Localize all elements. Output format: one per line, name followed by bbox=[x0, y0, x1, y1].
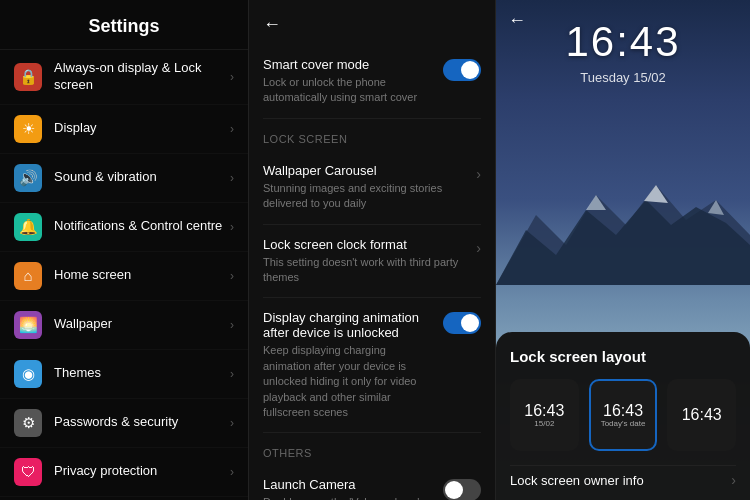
always-on-label: Always-on display & Lock screen bbox=[54, 60, 230, 94]
opt2-date: Today's date bbox=[601, 419, 646, 428]
smart-cover-title: Smart cover mode bbox=[263, 57, 433, 72]
sidebar-item-always-on[interactable]: 🔒 Always-on display & Lock screen › bbox=[0, 50, 248, 105]
wallpaper-carousel-chevron: › bbox=[476, 166, 481, 182]
sidebar-item-notifications[interactable]: 🔔 Notifications & Control centre › bbox=[0, 203, 248, 252]
setting-row-wallpaper-carousel[interactable]: Wallpaper Carousel Stunning images and e… bbox=[263, 151, 481, 225]
wallpaper-chevron: › bbox=[230, 318, 234, 332]
back-button[interactable]: ← bbox=[263, 14, 281, 35]
wallpaper-carousel-desc: Stunning images and exciting stories del… bbox=[263, 181, 466, 212]
sound-chevron: › bbox=[230, 171, 234, 185]
section-label-others: OTHERS bbox=[263, 433, 481, 465]
charging-animation-title: Display charging animation after device … bbox=[263, 310, 433, 340]
lock-owner-text: Lock screen owner info bbox=[510, 473, 644, 488]
home-label: Home screen bbox=[54, 267, 230, 284]
section-label-lock-screen: LOCK SCREEN bbox=[263, 119, 481, 151]
wallpaper-carousel-title: Wallpaper Carousel bbox=[263, 163, 466, 178]
lock-owner-chevron: › bbox=[731, 472, 736, 488]
privacy-icon: 🛡 bbox=[14, 458, 42, 486]
always-on-chevron: › bbox=[230, 70, 234, 84]
svg-marker-3 bbox=[644, 185, 668, 203]
setting-row-smart-cover[interactable]: Smart cover mode Lock or unlock the phon… bbox=[263, 45, 481, 119]
launch-camera-toggle[interactable] bbox=[443, 479, 481, 500]
layout-option-opt2[interactable]: 16:43 Today's date bbox=[589, 379, 658, 451]
sidebar-item-sound[interactable]: 🔊 Sound & vibration › bbox=[0, 154, 248, 203]
launch-camera-desc: Double press the 'Volume down' button to… bbox=[263, 495, 433, 500]
lockscreen-time: 16:43 bbox=[496, 18, 750, 66]
privacy-label: Privacy protection bbox=[54, 463, 230, 480]
lockscreen-preview: 16:43 Tuesday 15/02 ← Lock screen layout… bbox=[496, 0, 750, 500]
charging-animation-desc: Keep displaying charging animation after… bbox=[263, 343, 433, 420]
charging-animation-toggle[interactable] bbox=[443, 312, 481, 334]
smart-cover-desc: Lock or unlock the phone automatically u… bbox=[263, 75, 433, 106]
settings-sidebar: Settings 🔒 Always-on display & Lock scre… bbox=[0, 0, 248, 500]
sidebar-item-display[interactable]: ☀ Display › bbox=[0, 105, 248, 154]
display-icon: ☀ bbox=[14, 115, 42, 143]
settings-title: Settings bbox=[0, 0, 248, 50]
launch-camera-title: Launch Camera bbox=[263, 477, 433, 492]
notifications-chevron: › bbox=[230, 220, 234, 234]
themes-icon: ◉ bbox=[14, 360, 42, 388]
sidebar-item-wallpaper[interactable]: 🌅 Wallpaper › bbox=[0, 301, 248, 350]
privacy-chevron: › bbox=[230, 465, 234, 479]
always-on-icon: 🔒 bbox=[14, 63, 42, 91]
opt1-time: 16:43 bbox=[524, 402, 564, 420]
lock-layout-panel: Lock screen layout 16:43 15/02 16:43 Tod… bbox=[496, 332, 750, 500]
sidebar-item-passwords[interactable]: ⚙ Passwords & security › bbox=[0, 399, 248, 448]
clock-format-desc: This setting doesn't work with third par… bbox=[263, 255, 466, 286]
detail-header: ← bbox=[249, 0, 495, 45]
passwords-icon: ⚙ bbox=[14, 409, 42, 437]
lock-layout-title: Lock screen layout bbox=[510, 348, 736, 365]
setting-row-clock-format[interactable]: Lock screen clock format This setting do… bbox=[263, 225, 481, 299]
passwords-chevron: › bbox=[230, 416, 234, 430]
menu-list: 🔒 Always-on display & Lock screen › ☀ Di… bbox=[0, 50, 248, 500]
sidebar-item-themes[interactable]: ◉ Themes › bbox=[0, 350, 248, 399]
lockscreen-back-button[interactable]: ← bbox=[508, 10, 526, 31]
opt1-date: 15/02 bbox=[534, 419, 554, 428]
home-chevron: › bbox=[230, 269, 234, 283]
wallpaper-label: Wallpaper bbox=[54, 316, 230, 333]
setting-row-launch-camera[interactable]: Launch Camera Double press the 'Volume d… bbox=[263, 465, 481, 500]
sidebar-item-home[interactable]: ⌂ Home screen › bbox=[0, 252, 248, 301]
passwords-label: Passwords & security bbox=[54, 414, 230, 431]
opt3-time: 16:43 bbox=[682, 406, 722, 424]
smart-cover-toggle[interactable] bbox=[443, 59, 481, 81]
detail-panel: ← Smart cover mode Lock or unlock the ph… bbox=[248, 0, 496, 500]
layout-option-opt1[interactable]: 16:43 15/02 bbox=[510, 379, 579, 451]
notifications-icon: 🔔 bbox=[14, 213, 42, 241]
clock-format-chevron: › bbox=[476, 240, 481, 256]
lock-owner-row[interactable]: Lock screen owner info › bbox=[510, 465, 736, 488]
setting-row-charging-animation[interactable]: Display charging animation after device … bbox=[263, 298, 481, 433]
lockscreen-date: Tuesday 15/02 bbox=[496, 70, 750, 85]
display-chevron: › bbox=[230, 122, 234, 136]
sound-label: Sound & vibration bbox=[54, 169, 230, 186]
layout-options: 16:43 15/02 16:43 Today's date 16:43 bbox=[510, 379, 736, 451]
notifications-label: Notifications & Control centre bbox=[54, 218, 230, 235]
opt2-time: 16:43 bbox=[603, 402, 643, 420]
layout-option-opt3[interactable]: 16:43 bbox=[667, 379, 736, 451]
sidebar-item-privacy[interactable]: 🛡 Privacy protection › bbox=[0, 448, 248, 497]
display-label: Display bbox=[54, 120, 230, 137]
themes-label: Themes bbox=[54, 365, 230, 382]
wallpaper-icon: 🌅 bbox=[14, 311, 42, 339]
home-icon: ⌂ bbox=[14, 262, 42, 290]
sound-icon: 🔊 bbox=[14, 164, 42, 192]
detail-content: Smart cover mode Lock or unlock the phon… bbox=[249, 45, 495, 500]
themes-chevron: › bbox=[230, 367, 234, 381]
clock-format-title: Lock screen clock format bbox=[263, 237, 466, 252]
mountain-svg bbox=[496, 165, 750, 285]
